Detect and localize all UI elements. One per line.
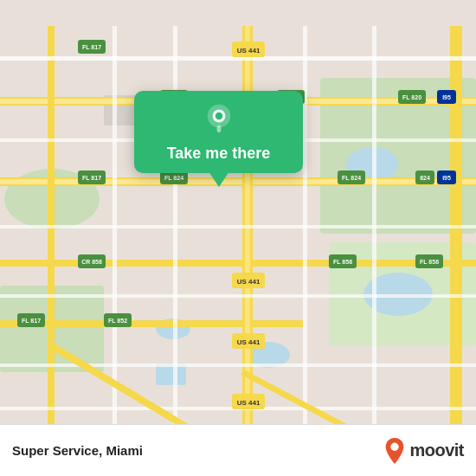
- svg-text:FL 817: FL 817: [82, 44, 101, 50]
- svg-rect-17: [0, 320, 303, 327]
- map-roads: US 441 US 441 US 441 US 441 US 441 FL 81…: [0, 0, 476, 476]
- svg-rect-20: [450, 26, 462, 450]
- svg-point-78: [391, 442, 399, 450]
- map-container: US 441 US 441 US 441 US 441 US 441 FL 81…: [0, 0, 476, 476]
- location-pin-icon: [202, 103, 236, 138]
- svg-text:US 441: US 441: [237, 399, 261, 407]
- svg-text:I95: I95: [442, 94, 451, 100]
- svg-rect-30: [303, 26, 307, 450]
- svg-text:FL 824: FL 824: [342, 175, 361, 181]
- svg-text:US 441: US 441: [237, 47, 261, 55]
- location-name: Super Service, Miami: [12, 443, 383, 458]
- svg-text:824: 824: [420, 175, 430, 181]
- svg-rect-31: [372, 26, 376, 450]
- bottom-bar: Super Service, Miami moovit: [0, 424, 476, 476]
- svg-text:US 441: US 441: [237, 278, 261, 286]
- moovit-logo: moovit: [383, 437, 464, 465]
- moovit-pin-icon: [383, 437, 406, 465]
- moovit-text: moovit: [409, 441, 464, 460]
- svg-text:FL 817: FL 817: [22, 318, 41, 324]
- svg-text:FL 858: FL 858: [420, 259, 439, 265]
- tooltip-card[interactable]: Take me there: [134, 91, 303, 173]
- svg-point-77: [216, 125, 221, 132]
- svg-rect-24: [0, 225, 476, 228]
- svg-rect-26: [0, 363, 476, 367]
- svg-text:I95: I95: [442, 175, 451, 181]
- svg-rect-19: [245, 26, 250, 450]
- svg-text:FL 817: FL 817: [82, 175, 101, 181]
- svg-text:FL 858: FL 858: [333, 259, 352, 265]
- svg-text:FL 820: FL 820: [402, 94, 421, 100]
- svg-point-76: [215, 113, 222, 119]
- svg-rect-25: [0, 294, 476, 298]
- svg-rect-14: [0, 179, 476, 184]
- svg-text:FL 824: FL 824: [164, 175, 183, 181]
- svg-rect-21: [48, 26, 55, 450]
- take-me-there-label: Take me there: [167, 145, 271, 163]
- svg-text:FL 852: FL 852: [108, 318, 127, 324]
- svg-text:US 441: US 441: [237, 338, 261, 346]
- svg-text:CR 858: CR 858: [81, 259, 102, 265]
- svg-rect-29: [173, 26, 177, 450]
